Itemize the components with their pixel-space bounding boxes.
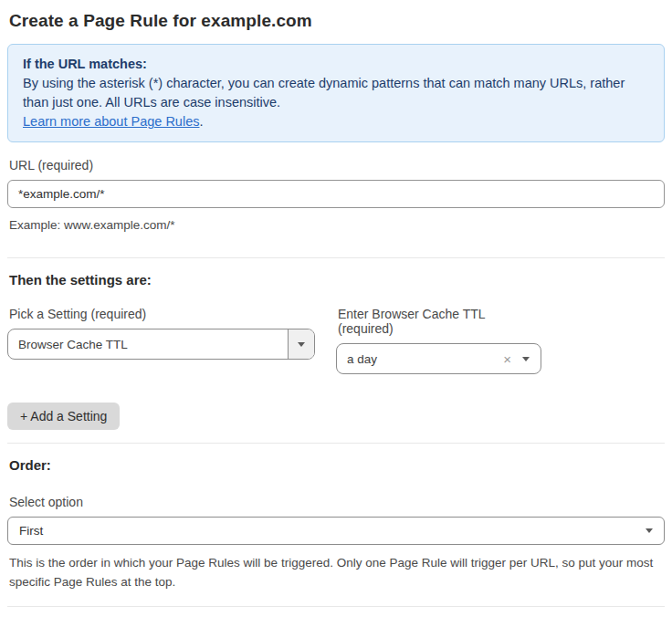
settings-row: Pick a Setting (required) Browser Cache … <box>7 307 665 374</box>
create-page-rule-panel: Create a Page Rule for example.com If th… <box>0 0 672 617</box>
order-select-value: First <box>19 524 43 538</box>
info-box-heading: If the URL matches: <box>23 55 649 74</box>
chevron-down-icon <box>646 528 653 533</box>
order-help-text: This is the order in which your Page Rul… <box>9 553 663 591</box>
page-title: Create a Page Rule for example.com <box>9 11 663 31</box>
order-select-label: Select option <box>9 495 663 509</box>
setting-picker-column: Pick a Setting (required) Browser Cache … <box>7 307 315 374</box>
info-box-body: By using the asterisk (*) character, you… <box>23 74 649 112</box>
divider-footer <box>7 606 665 607</box>
ttl-picker-value: a day <box>337 344 503 373</box>
url-input[interactable] <box>7 180 665 208</box>
add-setting-button[interactable]: + Add a Setting <box>7 403 120 430</box>
divider-settings <box>7 257 665 258</box>
setting-picker-arrow-button[interactable] <box>288 329 314 359</box>
learn-more-link[interactable]: Learn more about Page Rules <box>23 114 199 129</box>
setting-picker-dropdown[interactable]: Browser Cache TTL <box>7 329 315 360</box>
setting-picker-value: Browser Cache TTL <box>8 329 288 359</box>
url-match-info-box: If the URL matches: By using the asteris… <box>7 44 665 142</box>
divider-order <box>7 443 665 444</box>
info-box-link-line: Learn more about Page Rules. <box>23 112 649 131</box>
chevron-down-icon[interactable] <box>522 357 530 361</box>
url-example-hint: Example: www.example.com/* <box>9 215 663 235</box>
order-section-heading: Order: <box>9 457 663 473</box>
link-suffix: . <box>199 114 203 129</box>
clear-icon[interactable]: × <box>503 352 511 366</box>
order-select[interactable]: First <box>7 517 665 545</box>
ttl-picker-dropdown[interactable]: a day × <box>336 343 541 374</box>
ttl-picker-controls: × <box>503 344 541 373</box>
chevron-down-icon <box>298 342 305 347</box>
setting-picker-label: Pick a Setting (required) <box>9 307 313 321</box>
settings-section-heading: Then the settings are: <box>9 272 663 288</box>
ttl-picker-label: Enter Browser Cache TTL (required) <box>338 307 540 336</box>
url-field-label: URL (required) <box>9 158 663 173</box>
ttl-picker-column: Enter Browser Cache TTL (required) a day… <box>336 307 541 374</box>
